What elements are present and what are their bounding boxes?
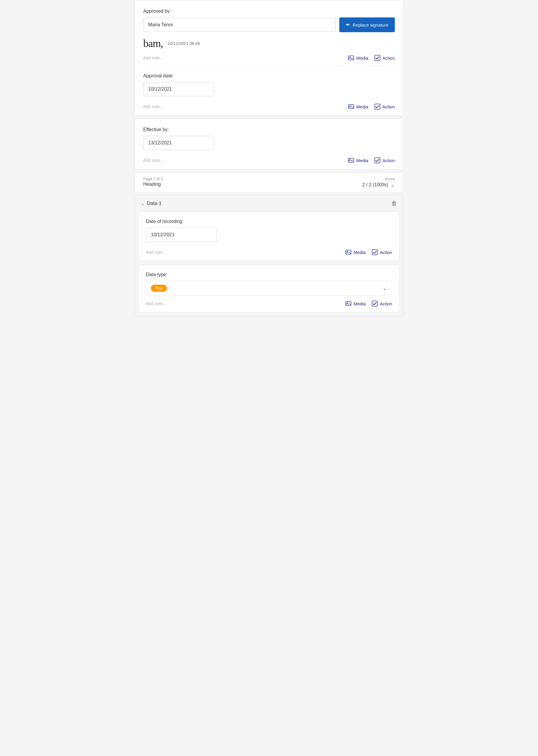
svg-rect-5 xyxy=(375,104,380,109)
checkbox-icon-5 xyxy=(371,300,378,307)
approved-by-add-note[interactable]: Add note... xyxy=(143,56,163,60)
approved-by-label: Approved by: xyxy=(143,9,395,14)
signature-row: Maria Tenor ✒ Replace signature xyxy=(143,18,395,32)
approved-by-action-button[interactable]: Action xyxy=(374,55,395,61)
delete-icon[interactable]: 🗑 xyxy=(391,200,397,207)
data-type-note-row: Add note... Media xyxy=(146,300,392,307)
checkbox-icon-3 xyxy=(374,157,381,164)
date-of-recording-label: Date of recording: xyxy=(146,219,392,224)
media-icon-2 xyxy=(348,103,354,110)
divider-1 xyxy=(143,66,395,66)
effective-by-section: Effective by: Add note... Media xyxy=(134,118,404,170)
svg-rect-8 xyxy=(375,158,380,163)
approved-by-section: Approved by: Maria Tenor ✒ Replace signa… xyxy=(134,0,404,116)
date-of-recording-card: Date of recording: Add note... Media xyxy=(138,211,400,261)
chevron-down-icon[interactable]: ⌄ xyxy=(390,182,395,188)
media-icon-4 xyxy=(345,249,352,255)
approval-date-label: Approval date: xyxy=(143,73,395,79)
page-heading-bar: Page 2 of 2 Heading Score 2 / 2 (100%) ⌄ xyxy=(134,172,404,192)
date-of-recording-media-button[interactable]: Media xyxy=(345,249,365,255)
svg-rect-3 xyxy=(349,105,354,109)
media-icon-3 xyxy=(348,157,354,164)
date-of-recording-actions: Media Action xyxy=(345,249,392,255)
heading-title: Heading xyxy=(143,182,163,187)
svg-rect-2 xyxy=(375,55,380,61)
approval-date-actions: Media Action xyxy=(348,103,395,110)
data-type-add-note[interactable]: Add note... xyxy=(146,301,166,306)
approved-by-actions: Media Action xyxy=(348,55,395,61)
effective-by-input[interactable] xyxy=(143,136,214,150)
effective-by-label: Effective by: xyxy=(143,127,395,132)
dropdown-chevron-icon[interactable]: ⌄ xyxy=(383,285,387,292)
effective-by-action-button[interactable]: Action xyxy=(374,157,395,164)
effective-by-media-button[interactable]: Media xyxy=(348,157,368,164)
score-value: 2 / 2 (100%) xyxy=(362,182,388,188)
data-section-header: ⌄ Data 1 🗑 xyxy=(135,195,403,211)
date-of-recording-note-row: Add note... Media xyxy=(146,249,392,255)
data-type-action-button[interactable]: Action xyxy=(371,300,392,307)
svg-rect-0 xyxy=(349,56,354,60)
signature-display: bam, 10/12/2021 08:44 xyxy=(143,38,395,49)
approval-date-add-note[interactable]: Add note... xyxy=(143,104,163,109)
svg-point-7 xyxy=(350,159,350,160)
data-type-actions: Media Action xyxy=(345,300,392,307)
checkbox-icon xyxy=(374,55,381,61)
media-icon-5 xyxy=(345,300,352,307)
effective-by-actions: Media Action xyxy=(348,157,395,164)
date-of-recording-action-button[interactable]: Action xyxy=(371,249,392,255)
effective-by-add-note[interactable]: Add note... xyxy=(143,158,163,163)
data-section-title: ⌄ Data 1 xyxy=(141,200,162,206)
svg-rect-11 xyxy=(372,249,377,255)
svg-rect-12 xyxy=(346,301,351,306)
approval-date-action-button[interactable]: Action xyxy=(374,103,395,110)
effective-by-note-row: Add note... Media xyxy=(143,157,395,164)
signature-icon: ✒ xyxy=(346,22,350,28)
date-of-recording-input[interactable] xyxy=(146,228,217,242)
svg-point-4 xyxy=(350,105,350,106)
svg-rect-9 xyxy=(346,250,351,254)
page-info-row: Page 2 of 2 Heading Score 2 / 2 (100%) ⌄ xyxy=(143,177,395,188)
checkbox-icon-4 xyxy=(371,249,378,255)
replace-signature-button[interactable]: ✒ Replace signature xyxy=(339,18,395,32)
data-type-label: Data type: xyxy=(146,272,392,277)
approved-by-media-button[interactable]: Media xyxy=(348,55,368,61)
page-container: Approved by: Maria Tenor ✒ Replace signa… xyxy=(134,0,404,316)
data-type-media-button[interactable]: Media xyxy=(345,300,365,307)
score-value-row: 2 / 2 (100%) ⌄ xyxy=(362,182,395,188)
score-label: Score xyxy=(362,177,395,181)
checkbox-icon-2 xyxy=(374,103,381,110)
approval-date-note-row: Add note... Media xyxy=(143,103,395,110)
data-type-dropdown[interactable]: Text ⌄ xyxy=(146,281,392,296)
date-of-recording-add-note[interactable]: Add note... xyxy=(146,250,166,254)
approval-date-input[interactable] xyxy=(143,82,214,96)
approval-date-media-button[interactable]: Media xyxy=(348,103,368,110)
page-label: Page 2 of 2 xyxy=(143,177,163,181)
svg-point-1 xyxy=(350,57,350,58)
text-tag-badge: Text xyxy=(151,285,167,292)
chevron-left-icon[interactable]: ⌄ xyxy=(141,201,144,206)
media-icon xyxy=(348,55,354,61)
data-type-card: Data type: Text ⌄ Add note... xyxy=(138,265,400,312)
approved-by-name: Maria Tenor xyxy=(143,18,336,32)
signature-timestamp: 10/12/2021 08:44 xyxy=(168,41,200,46)
svg-point-10 xyxy=(347,251,348,252)
page-info-left: Page 2 of 2 Heading xyxy=(143,177,163,187)
svg-point-13 xyxy=(347,302,348,303)
svg-rect-6 xyxy=(349,158,354,162)
signature-image: bam, xyxy=(143,38,163,49)
approved-by-note-row: Add note... Media xyxy=(143,55,395,61)
page-info-right: Score 2 / 2 (100%) ⌄ xyxy=(362,177,395,188)
data-1-section: ⌄ Data 1 🗑 Date of recording: Add note..… xyxy=(134,195,404,316)
svg-rect-14 xyxy=(372,301,377,306)
